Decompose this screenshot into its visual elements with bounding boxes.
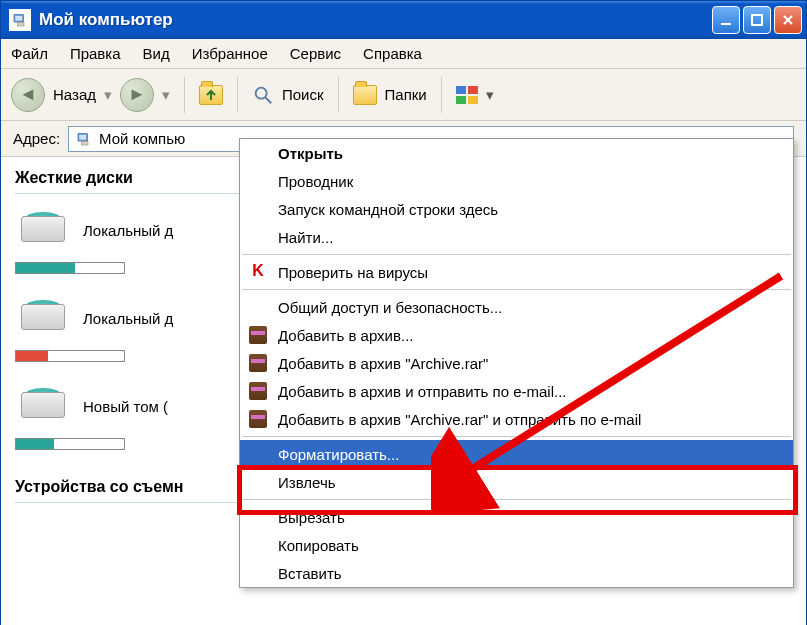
context-menu-item[interactable]: KПроверить на вирусы: [240, 258, 793, 286]
menu-item-label: Форматировать...: [278, 446, 399, 463]
svg-rect-1: [15, 16, 22, 21]
winrar-icon: [249, 354, 267, 372]
kaspersky-icon: K: [249, 263, 267, 281]
menu-item-icon: K: [248, 262, 268, 282]
separator: [184, 77, 185, 113]
menu-item-label: Добавить в архив и отправить по e-mail..…: [278, 383, 567, 400]
context-menu-item[interactable]: Найти...: [240, 223, 793, 251]
menu-item-label: Вырезать: [278, 509, 345, 526]
context-menu-item[interactable]: Извлечь: [240, 468, 793, 496]
menubar: Файл Правка Вид Избранное Сервис Справка: [1, 39, 806, 69]
menu-separator: [242, 254, 791, 255]
window-icon: [9, 9, 31, 31]
context-menu: ОткрытьПроводникЗапуск командной строки …: [239, 138, 794, 588]
address-value: Мой компью: [99, 130, 185, 147]
menu-separator: [242, 436, 791, 437]
winrar-icon: [249, 382, 267, 400]
search-label[interactable]: Поиск: [282, 86, 324, 103]
back-dropdown-icon[interactable]: ▾: [104, 86, 112, 104]
drive-icon: [15, 208, 71, 252]
winrar-icon: [249, 410, 267, 428]
menu-item-icon: [248, 227, 268, 247]
menu-item-icon: [248, 472, 268, 492]
explorer-window: Мой компьютер Файл Правка Вид Избранное …: [0, 0, 807, 625]
drive-usage-bar: [15, 262, 125, 274]
svg-rect-2: [17, 23, 24, 26]
svg-rect-9: [81, 141, 88, 144]
context-menu-item[interactable]: Открыть: [240, 139, 793, 167]
separator: [237, 77, 238, 113]
winrar-icon: [249, 326, 267, 344]
menu-tools[interactable]: Сервис: [290, 45, 341, 62]
context-menu-item[interactable]: Добавить в архив и отправить по e-mail..…: [240, 377, 793, 405]
menu-favorites[interactable]: Избранное: [192, 45, 268, 62]
menu-item-label: Вставить: [278, 565, 342, 582]
menu-item-icon: [248, 353, 268, 373]
menu-item-label: Найти...: [278, 229, 333, 246]
folders-icon[interactable]: [353, 85, 377, 105]
menu-item-icon: [248, 444, 268, 464]
folders-label[interactable]: Папки: [385, 86, 427, 103]
menu-view[interactable]: Вид: [143, 45, 170, 62]
menu-item-label: Добавить в архив...: [278, 327, 413, 344]
back-label: Назад: [53, 86, 96, 103]
window-title: Мой компьютер: [39, 10, 709, 30]
toolbar: ◄ Назад ▾ ► ▾ Поиск Папки ▾: [1, 69, 806, 121]
context-menu-item[interactable]: Вырезать: [240, 503, 793, 531]
menu-item-icon: [248, 507, 268, 527]
menu-item-label: Проводник: [278, 173, 353, 190]
svg-rect-4: [752, 15, 762, 25]
menu-item-icon: [248, 409, 268, 429]
context-menu-item[interactable]: Общий доступ и безопасность...: [240, 293, 793, 321]
menu-item-label: Извлечь: [278, 474, 336, 491]
menu-item-label: Открыть: [278, 145, 343, 162]
menu-item-icon: [248, 171, 268, 191]
forward-button[interactable]: ►: [120, 78, 154, 112]
separator: [441, 77, 442, 113]
context-menu-item[interactable]: Копировать: [240, 531, 793, 559]
menu-item-icon: [248, 381, 268, 401]
menu-item-label: Копировать: [278, 537, 359, 554]
menu-file[interactable]: Файл: [11, 45, 48, 62]
drive-label: Новый том (: [83, 398, 168, 415]
menu-item-label: Проверить на вирусы: [278, 264, 428, 281]
menu-item-label: Общий доступ и безопасность...: [278, 299, 502, 316]
address-label: Адрес:: [13, 130, 60, 147]
minimize-button[interactable]: [712, 6, 740, 34]
views-dropdown-icon[interactable]: ▾: [486, 86, 494, 104]
context-menu-item[interactable]: Добавить в архив "Archive.rar" и отправи…: [240, 405, 793, 433]
context-menu-item[interactable]: Форматировать...: [240, 440, 793, 468]
drive-label: Локальный д: [83, 310, 173, 327]
context-menu-item[interactable]: Проводник: [240, 167, 793, 195]
drive-usage-bar: [15, 438, 125, 450]
menu-item-label: Запуск командной строки здесь: [278, 201, 498, 218]
context-menu-item[interactable]: Запуск командной строки здесь: [240, 195, 793, 223]
drive-icon: [15, 384, 71, 428]
menu-item-icon: [248, 143, 268, 163]
context-menu-item[interactable]: Добавить в архив...: [240, 321, 793, 349]
menu-separator: [242, 289, 791, 290]
drive-icon: [15, 296, 71, 340]
menu-item-icon: [248, 297, 268, 317]
menu-item-icon: [248, 199, 268, 219]
up-folder-icon[interactable]: [199, 85, 223, 105]
drive-usage-bar: [15, 350, 125, 362]
forward-dropdown-icon[interactable]: ▾: [162, 86, 170, 104]
menu-item-label: Добавить в архив "Archive.rar" и отправи…: [278, 411, 641, 428]
maximize-button[interactable]: [743, 6, 771, 34]
menu-edit[interactable]: Правка: [70, 45, 121, 62]
titlebar[interactable]: Мой компьютер: [1, 1, 806, 39]
svg-rect-3: [721, 23, 731, 25]
back-button[interactable]: ◄: [11, 78, 45, 112]
svg-point-5: [256, 87, 267, 98]
context-menu-item[interactable]: Добавить в архив "Archive.rar": [240, 349, 793, 377]
menu-item-label: Добавить в архив "Archive.rar": [278, 355, 488, 372]
drive-label: Локальный д: [83, 222, 173, 239]
menu-item-icon: [248, 325, 268, 345]
context-menu-item[interactable]: Вставить: [240, 559, 793, 587]
search-icon[interactable]: [252, 84, 274, 106]
svg-rect-8: [79, 135, 86, 140]
menu-help[interactable]: Справка: [363, 45, 422, 62]
close-button[interactable]: [774, 6, 802, 34]
views-icon[interactable]: [456, 86, 478, 104]
